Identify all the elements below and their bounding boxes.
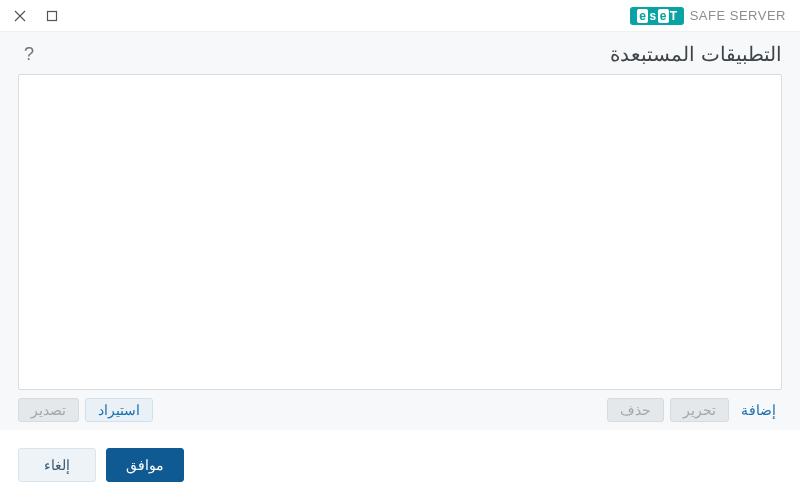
excluded-apps-listbox[interactable] <box>18 74 782 390</box>
import-button[interactable]: استيراد <box>85 398 153 422</box>
svg-rect-0 <box>48 11 57 20</box>
ok-button[interactable]: موافق <box>106 448 184 482</box>
titlebar: eseT SAFE SERVER <box>0 0 800 32</box>
add-button[interactable]: إضافة <box>735 398 782 422</box>
primary-actions: إضافة تحرير حذف <box>607 398 782 422</box>
dialog-footer: موافق إلغاء <box>0 430 800 500</box>
close-button[interactable] <box>6 4 34 28</box>
page-title: التطبيقات المستبعدة <box>610 42 782 66</box>
close-icon <box>14 10 26 22</box>
brand-product: SAFE SERVER <box>690 8 786 23</box>
cancel-button[interactable]: إلغاء <box>18 448 96 482</box>
help-icon: ? <box>24 44 34 65</box>
maximize-icon <box>46 10 58 22</box>
window-controls <box>6 4 66 28</box>
export-button: تصدير <box>18 398 79 422</box>
main-content: إضافة تحرير حذف استيراد تصدير <box>0 74 800 430</box>
dialog-header: التطبيقات المستبعدة ? <box>0 32 800 74</box>
delete-button: حذف <box>607 398 664 422</box>
brand-logo: eseT <box>630 7 683 25</box>
brand: eseT SAFE SERVER <box>630 7 794 25</box>
maximize-button[interactable] <box>38 4 66 28</box>
help-button[interactable]: ? <box>18 43 40 65</box>
edit-button: تحرير <box>670 398 729 422</box>
io-actions: استيراد تصدير <box>18 398 153 422</box>
list-actions: إضافة تحرير حذف استيراد تصدير <box>18 398 782 422</box>
